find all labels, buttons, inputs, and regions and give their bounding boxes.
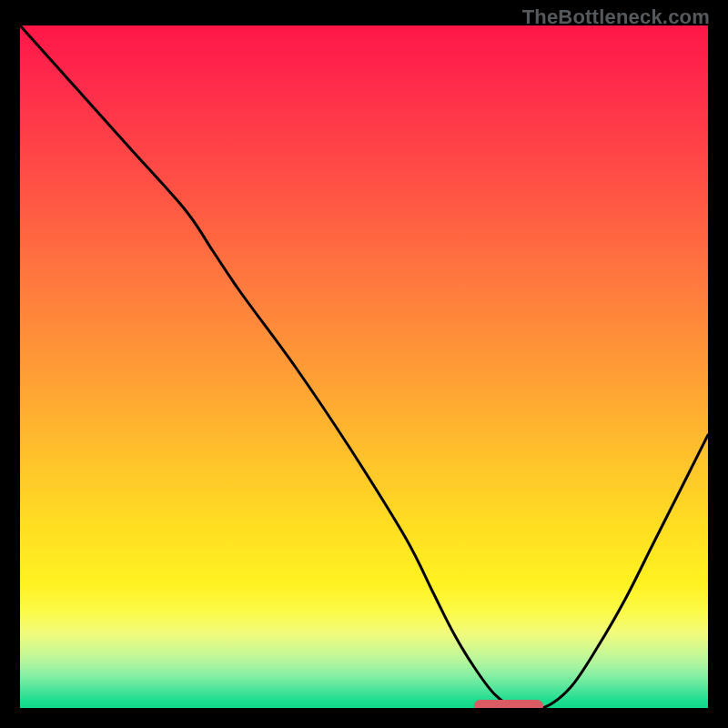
- watermark-text: TheBottleneck.com: [522, 5, 710, 29]
- plot-area: [20, 25, 708, 708]
- optimal-range-marker: [474, 700, 543, 708]
- chart-stage: TheBottleneck.com: [0, 0, 728, 728]
- bottleneck-curve: [20, 25, 708, 708]
